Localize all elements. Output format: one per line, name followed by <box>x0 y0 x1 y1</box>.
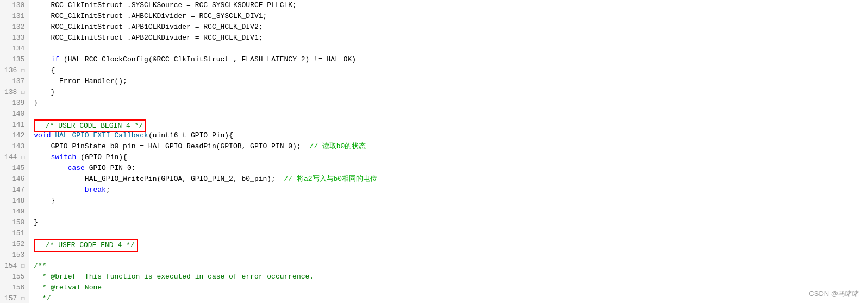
code-line: break; <box>34 185 868 195</box>
line-number: 135 <box>4 54 24 65</box>
line-number: 132 <box>4 22 24 33</box>
line-number: 150 <box>4 217 24 228</box>
code-line: if (HAL_RCC_ClockConfig(&RCC_ClkInitStru… <box>34 54 868 65</box>
line-number: 140 <box>4 109 24 119</box>
line-number: 131 <box>4 11 24 22</box>
code-line: } <box>34 98 868 109</box>
line-number: 151 <box>4 228 24 239</box>
line-number: 144 □ <box>4 152 24 163</box>
code-editor: 130131132133134135136 □137138 □139140141… <box>0 0 868 303</box>
code-line: void HAL_GPIO_EXTI_Callback(uint16_t GPI… <box>34 130 868 141</box>
line-number: 146 <box>4 174 24 185</box>
line-number: 137 <box>4 76 24 87</box>
line-number: 148 <box>4 195 24 206</box>
line-number: 156 <box>4 282 24 293</box>
code-line: * @brief This function is executed in ca… <box>34 272 868 282</box>
line-number: 147 <box>4 185 24 195</box>
line-number: 149 <box>4 206 24 217</box>
code-line: case GPIO_PIN_0: <box>34 163 868 174</box>
watermark: CSDN @马睹睹 <box>809 289 859 299</box>
line-number: 157 □ <box>4 293 24 303</box>
code-area[interactable]: RCC_ClkInitStruct .SYSCLKSource = RCC_SY… <box>29 0 868 303</box>
code-line <box>34 250 868 261</box>
code-line: } <box>34 217 868 228</box>
line-number: 133 <box>4 33 24 43</box>
code-line: * @retval None <box>34 282 868 293</box>
code-line <box>34 206 868 217</box>
line-number: 155 <box>4 272 24 282</box>
code-line: switch (GPIO_Pin){ <box>34 152 868 163</box>
line-number: 130 <box>4 0 24 11</box>
code-line: GPIO_PinState b0_pin = HAL_GPIO_ReadPin(… <box>34 141 868 152</box>
line-number: 152 <box>4 239 24 250</box>
code-line: */ <box>34 293 868 303</box>
code-line: /** <box>34 261 868 272</box>
line-number: 136 □ <box>4 65 24 76</box>
line-number: 142 <box>4 130 24 141</box>
code-line: /* USER CODE BEGIN 4 */ <box>34 119 868 130</box>
line-number: 139 <box>4 98 24 109</box>
code-line <box>34 228 868 239</box>
code-line: } <box>34 195 868 206</box>
code-line: RCC_ClkInitStruct .APB1CLKDivider = RCC_… <box>34 22 868 33</box>
line-number: 153 <box>4 250 24 261</box>
code-line: RCC_ClkInitStruct .SYSCLKSource = RCC_SY… <box>34 0 868 11</box>
line-number: 141 <box>4 119 24 130</box>
code-line: HAL_GPIO_WritePin(GPIOA, GPIO_PIN_2, b0_… <box>34 174 868 185</box>
code-line: } <box>34 87 868 98</box>
code-line: { <box>34 65 868 76</box>
code-line: RCC_ClkInitStruct .APB2CLKDivider = RCC_… <box>34 33 868 43</box>
line-number: 145 <box>4 163 24 174</box>
line-number: 154 □ <box>4 261 24 272</box>
line-number: 143 <box>4 141 24 152</box>
line-number: 138 □ <box>4 87 24 98</box>
code-line: Error_Handler(); <box>34 76 868 87</box>
code-line: /* USER CODE END 4 */ <box>34 239 868 250</box>
line-number: 134 <box>4 43 24 54</box>
code-line <box>34 43 868 54</box>
code-line: RCC_ClkInitStruct .AHBCLKDivider = RCC_S… <box>34 11 868 22</box>
code-line <box>34 109 868 119</box>
line-numbers: 130131132133134135136 □137138 □139140141… <box>0 0 29 303</box>
